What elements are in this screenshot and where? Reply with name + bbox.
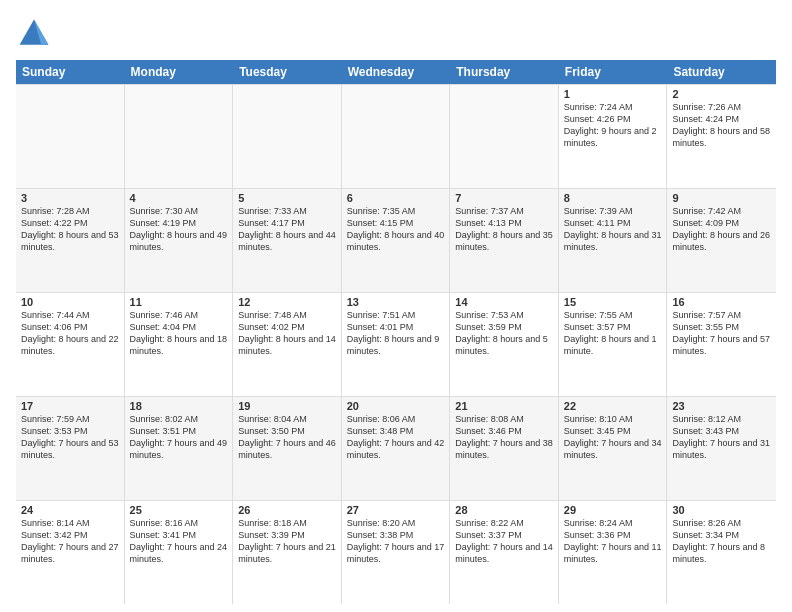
day-info: Sunrise: 7:39 AM Sunset: 4:11 PM Dayligh… xyxy=(564,205,662,254)
calendar-row-4: 17Sunrise: 7:59 AM Sunset: 3:53 PM Dayli… xyxy=(16,396,776,500)
calendar-cell-r2-c4: 14Sunrise: 7:53 AM Sunset: 3:59 PM Dayli… xyxy=(450,293,559,396)
calendar-cell-r2-c0: 10Sunrise: 7:44 AM Sunset: 4:06 PM Dayli… xyxy=(16,293,125,396)
day-info: Sunrise: 8:18 AM Sunset: 3:39 PM Dayligh… xyxy=(238,517,336,566)
calendar-cell-r0-c0 xyxy=(16,85,125,188)
day-number: 17 xyxy=(21,400,119,412)
day-info: Sunrise: 7:46 AM Sunset: 4:04 PM Dayligh… xyxy=(130,309,228,358)
day-info: Sunrise: 7:48 AM Sunset: 4:02 PM Dayligh… xyxy=(238,309,336,358)
day-number: 19 xyxy=(238,400,336,412)
day-info: Sunrise: 7:33 AM Sunset: 4:17 PM Dayligh… xyxy=(238,205,336,254)
day-number: 5 xyxy=(238,192,336,204)
weekday-header-monday: Monday xyxy=(125,60,234,84)
calendar-cell-r4-c6: 30Sunrise: 8:26 AM Sunset: 3:34 PM Dayli… xyxy=(667,501,776,604)
weekday-header-tuesday: Tuesday xyxy=(233,60,342,84)
day-number: 6 xyxy=(347,192,445,204)
calendar-cell-r2-c6: 16Sunrise: 7:57 AM Sunset: 3:55 PM Dayli… xyxy=(667,293,776,396)
day-number: 21 xyxy=(455,400,553,412)
day-number: 9 xyxy=(672,192,771,204)
day-info: Sunrise: 8:26 AM Sunset: 3:34 PM Dayligh… xyxy=(672,517,771,566)
day-number: 3 xyxy=(21,192,119,204)
calendar-cell-r3-c6: 23Sunrise: 8:12 AM Sunset: 3:43 PM Dayli… xyxy=(667,397,776,500)
day-info: Sunrise: 8:22 AM Sunset: 3:37 PM Dayligh… xyxy=(455,517,553,566)
calendar-cell-r4-c1: 25Sunrise: 8:16 AM Sunset: 3:41 PM Dayli… xyxy=(125,501,234,604)
calendar-cell-r3-c4: 21Sunrise: 8:08 AM Sunset: 3:46 PM Dayli… xyxy=(450,397,559,500)
logo xyxy=(16,16,56,52)
calendar-cell-r4-c2: 26Sunrise: 8:18 AM Sunset: 3:39 PM Dayli… xyxy=(233,501,342,604)
day-number: 25 xyxy=(130,504,228,516)
calendar-cell-r1-c2: 5Sunrise: 7:33 AM Sunset: 4:17 PM Daylig… xyxy=(233,189,342,292)
calendar-cell-r0-c5: 1Sunrise: 7:24 AM Sunset: 4:26 PM Daylig… xyxy=(559,85,668,188)
calendar-cell-r4-c0: 24Sunrise: 8:14 AM Sunset: 3:42 PM Dayli… xyxy=(16,501,125,604)
day-info: Sunrise: 8:06 AM Sunset: 3:48 PM Dayligh… xyxy=(347,413,445,462)
weekday-header-friday: Friday xyxy=(559,60,668,84)
calendar-cell-r3-c1: 18Sunrise: 8:02 AM Sunset: 3:51 PM Dayli… xyxy=(125,397,234,500)
calendar-cell-r3-c3: 20Sunrise: 8:06 AM Sunset: 3:48 PM Dayli… xyxy=(342,397,451,500)
day-number: 1 xyxy=(564,88,662,100)
day-info: Sunrise: 7:30 AM Sunset: 4:19 PM Dayligh… xyxy=(130,205,228,254)
day-info: Sunrise: 8:14 AM Sunset: 3:42 PM Dayligh… xyxy=(21,517,119,566)
day-info: Sunrise: 7:55 AM Sunset: 3:57 PM Dayligh… xyxy=(564,309,662,358)
day-info: Sunrise: 7:44 AM Sunset: 4:06 PM Dayligh… xyxy=(21,309,119,358)
day-info: Sunrise: 8:24 AM Sunset: 3:36 PM Dayligh… xyxy=(564,517,662,566)
calendar-cell-r1-c6: 9Sunrise: 7:42 AM Sunset: 4:09 PM Daylig… xyxy=(667,189,776,292)
day-info: Sunrise: 7:24 AM Sunset: 4:26 PM Dayligh… xyxy=(564,101,662,150)
day-number: 15 xyxy=(564,296,662,308)
day-info: Sunrise: 7:53 AM Sunset: 3:59 PM Dayligh… xyxy=(455,309,553,358)
calendar-cell-r0-c3 xyxy=(342,85,451,188)
calendar-cell-r3-c0: 17Sunrise: 7:59 AM Sunset: 3:53 PM Dayli… xyxy=(16,397,125,500)
weekday-header-saturday: Saturday xyxy=(667,60,776,84)
calendar-cell-r1-c0: 3Sunrise: 7:28 AM Sunset: 4:22 PM Daylig… xyxy=(16,189,125,292)
calendar-cell-r3-c5: 22Sunrise: 8:10 AM Sunset: 3:45 PM Dayli… xyxy=(559,397,668,500)
day-number: 10 xyxy=(21,296,119,308)
day-number: 4 xyxy=(130,192,228,204)
day-info: Sunrise: 8:02 AM Sunset: 3:51 PM Dayligh… xyxy=(130,413,228,462)
calendar-cell-r4-c3: 27Sunrise: 8:20 AM Sunset: 3:38 PM Dayli… xyxy=(342,501,451,604)
calendar-cell-r4-c4: 28Sunrise: 8:22 AM Sunset: 3:37 PM Dayli… xyxy=(450,501,559,604)
calendar-body: 1Sunrise: 7:24 AM Sunset: 4:26 PM Daylig… xyxy=(16,84,776,604)
day-number: 23 xyxy=(672,400,771,412)
day-info: Sunrise: 7:37 AM Sunset: 4:13 PM Dayligh… xyxy=(455,205,553,254)
calendar-cell-r4-c5: 29Sunrise: 8:24 AM Sunset: 3:36 PM Dayli… xyxy=(559,501,668,604)
day-info: Sunrise: 7:26 AM Sunset: 4:24 PM Dayligh… xyxy=(672,101,771,150)
day-number: 26 xyxy=(238,504,336,516)
calendar: SundayMondayTuesdayWednesdayThursdayFrid… xyxy=(16,60,776,604)
calendar-cell-r1-c5: 8Sunrise: 7:39 AM Sunset: 4:11 PM Daylig… xyxy=(559,189,668,292)
day-info: Sunrise: 7:51 AM Sunset: 4:01 PM Dayligh… xyxy=(347,309,445,358)
day-number: 11 xyxy=(130,296,228,308)
page: SundayMondayTuesdayWednesdayThursdayFrid… xyxy=(0,0,792,612)
calendar-row-1: 1Sunrise: 7:24 AM Sunset: 4:26 PM Daylig… xyxy=(16,84,776,188)
day-number: 28 xyxy=(455,504,553,516)
day-number: 29 xyxy=(564,504,662,516)
calendar-row-5: 24Sunrise: 8:14 AM Sunset: 3:42 PM Dayli… xyxy=(16,500,776,604)
day-number: 2 xyxy=(672,88,771,100)
header xyxy=(16,16,776,52)
calendar-cell-r0-c4 xyxy=(450,85,559,188)
day-number: 12 xyxy=(238,296,336,308)
calendar-cell-r3-c2: 19Sunrise: 8:04 AM Sunset: 3:50 PM Dayli… xyxy=(233,397,342,500)
calendar-row-3: 10Sunrise: 7:44 AM Sunset: 4:06 PM Dayli… xyxy=(16,292,776,396)
day-number: 27 xyxy=(347,504,445,516)
day-number: 22 xyxy=(564,400,662,412)
day-number: 20 xyxy=(347,400,445,412)
calendar-cell-r2-c2: 12Sunrise: 7:48 AM Sunset: 4:02 PM Dayli… xyxy=(233,293,342,396)
weekday-header-sunday: Sunday xyxy=(16,60,125,84)
calendar-row-2: 3Sunrise: 7:28 AM Sunset: 4:22 PM Daylig… xyxy=(16,188,776,292)
calendar-cell-r0-c1 xyxy=(125,85,234,188)
day-number: 13 xyxy=(347,296,445,308)
calendar-cell-r2-c5: 15Sunrise: 7:55 AM Sunset: 3:57 PM Dayli… xyxy=(559,293,668,396)
calendar-cell-r1-c4: 7Sunrise: 7:37 AM Sunset: 4:13 PM Daylig… xyxy=(450,189,559,292)
day-info: Sunrise: 7:57 AM Sunset: 3:55 PM Dayligh… xyxy=(672,309,771,358)
day-info: Sunrise: 7:42 AM Sunset: 4:09 PM Dayligh… xyxy=(672,205,771,254)
day-info: Sunrise: 7:35 AM Sunset: 4:15 PM Dayligh… xyxy=(347,205,445,254)
day-number: 30 xyxy=(672,504,771,516)
calendar-cell-r0-c2 xyxy=(233,85,342,188)
day-number: 7 xyxy=(455,192,553,204)
day-number: 16 xyxy=(672,296,771,308)
day-info: Sunrise: 8:12 AM Sunset: 3:43 PM Dayligh… xyxy=(672,413,771,462)
calendar-cell-r1-c3: 6Sunrise: 7:35 AM Sunset: 4:15 PM Daylig… xyxy=(342,189,451,292)
day-number: 8 xyxy=(564,192,662,204)
weekday-header-wednesday: Wednesday xyxy=(342,60,451,84)
calendar-cell-r2-c1: 11Sunrise: 7:46 AM Sunset: 4:04 PM Dayli… xyxy=(125,293,234,396)
day-info: Sunrise: 7:59 AM Sunset: 3:53 PM Dayligh… xyxy=(21,413,119,462)
logo-icon xyxy=(16,16,52,52)
